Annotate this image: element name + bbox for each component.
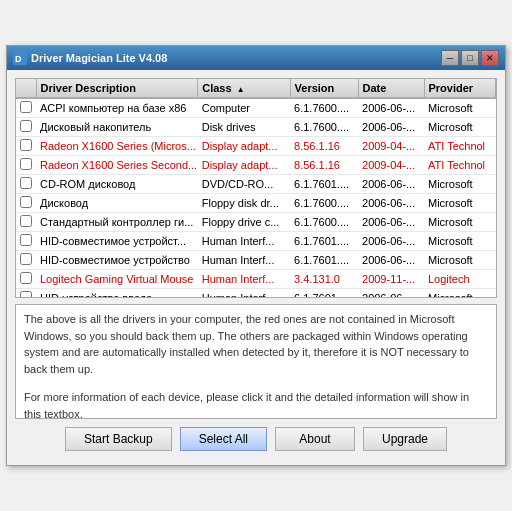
table-row[interactable]: ДисководFloppy disk dr...6.1.7600....200…: [16, 194, 496, 213]
info-text-2: For more information of each device, ple…: [24, 389, 488, 419]
col-provider[interactable]: Provider: [424, 79, 496, 98]
table-row[interactable]: Logitech Gaming Virtual MouseHuman Inter…: [16, 270, 496, 289]
row-class: Floppy drive c...: [198, 213, 290, 232]
row-date: 2006-06-...: [358, 175, 424, 194]
row-description: Radeon X1600 Series (Micros...: [36, 137, 198, 156]
row-checkbox-cell: [16, 232, 36, 251]
row-provider: Microsoft: [424, 118, 496, 137]
row-class: Human Interf...: [198, 289, 290, 299]
about-button[interactable]: About: [275, 427, 355, 451]
table-row[interactable]: Стандартный контроллер ги...Floppy drive…: [16, 213, 496, 232]
row-provider: Microsoft: [424, 98, 496, 118]
table-row[interactable]: ACPI компьютер на базе x86Computer6.1.76…: [16, 98, 496, 118]
row-checkbox-cell: [16, 251, 36, 270]
select-all-button[interactable]: Select All: [180, 427, 267, 451]
row-class: DVD/CD-RO...: [198, 175, 290, 194]
table-header-row: Driver Description Class ▲ Version Date …: [16, 79, 496, 98]
row-description: HID-совместимое устройство: [36, 251, 198, 270]
row-provider: Microsoft: [424, 213, 496, 232]
row-version: 3.4.131.0: [290, 270, 358, 289]
row-checkbox-cell: [16, 289, 36, 299]
row-checkbox-cell: [16, 213, 36, 232]
window-title: Driver Magician Lite V4.08: [31, 52, 167, 64]
row-version: 8.56.1.16: [290, 156, 358, 175]
row-provider: Microsoft: [424, 175, 496, 194]
row-description: Radeon X1600 Series Second...: [36, 156, 198, 175]
main-window: D Driver Magician Lite V4.08 ─ □ ✕ Drive…: [6, 45, 506, 466]
row-version: 8.56.1.16: [290, 137, 358, 156]
row-description: CD-ROM дисковод: [36, 175, 198, 194]
row-checkbox-cell: [16, 98, 36, 118]
col-date[interactable]: Date: [358, 79, 424, 98]
row-checkbox[interactable]: [20, 177, 32, 189]
row-version: 6.1.7600....: [290, 118, 358, 137]
row-date: 2006-06-...: [358, 289, 424, 299]
sort-arrow: ▲: [237, 85, 245, 94]
row-checkbox-cell: [16, 118, 36, 137]
row-provider: Microsoft: [424, 251, 496, 270]
col-check: [16, 79, 36, 98]
table-row[interactable]: CD-ROM дисководDVD/CD-RO...6.1.7601....2…: [16, 175, 496, 194]
row-version: 6.1.7600....: [290, 194, 358, 213]
row-checkbox[interactable]: [20, 196, 32, 208]
row-date: 2006-06-...: [358, 232, 424, 251]
row-checkbox-cell: [16, 175, 36, 194]
row-checkbox[interactable]: [20, 139, 32, 151]
row-date: 2006-06-...: [358, 118, 424, 137]
minimize-button[interactable]: ─: [441, 50, 459, 66]
col-description[interactable]: Driver Description: [36, 79, 198, 98]
row-checkbox-cell: [16, 137, 36, 156]
row-description: Дисковый накопитель: [36, 118, 198, 137]
row-provider: ATI Technol: [424, 137, 496, 156]
row-class: Display adapt...: [198, 156, 290, 175]
row-provider: Microsoft: [424, 232, 496, 251]
svg-text:D: D: [15, 54, 22, 64]
row-checkbox[interactable]: [20, 101, 32, 113]
upgrade-button[interactable]: Upgrade: [363, 427, 447, 451]
table-row[interactable]: Radeon X1600 Series Second...Display ada…: [16, 156, 496, 175]
row-checkbox[interactable]: [20, 215, 32, 227]
row-checkbox[interactable]: [20, 253, 32, 265]
row-checkbox[interactable]: [20, 158, 32, 170]
table-body: ACPI компьютер на базе x86Computer6.1.76…: [16, 98, 496, 298]
table-row[interactable]: Дисковый накопительDisk drives6.1.7600..…: [16, 118, 496, 137]
info-box: The above is all the drivers in your com…: [15, 304, 497, 419]
row-checkbox[interactable]: [20, 291, 32, 298]
row-date: 2006-06-...: [358, 194, 424, 213]
start-backup-button[interactable]: Start Backup: [65, 427, 172, 451]
col-class[interactable]: Class ▲: [198, 79, 290, 98]
row-description: ACPI компьютер на базе x86: [36, 98, 198, 118]
row-class: Human Interf...: [198, 270, 290, 289]
table-row[interactable]: HID-совместимое устройст...Human Interf.…: [16, 232, 496, 251]
row-date: 2006-06-...: [358, 213, 424, 232]
row-class: Human Interf...: [198, 232, 290, 251]
row-checkbox-cell: [16, 194, 36, 213]
row-class: Computer: [198, 98, 290, 118]
main-content: Driver Description Class ▲ Version Date …: [7, 70, 505, 465]
row-checkbox-cell: [16, 156, 36, 175]
row-description: HID-устройство ввода: [36, 289, 198, 299]
close-button[interactable]: ✕: [481, 50, 499, 66]
row-version: 6.1.7600....: [290, 213, 358, 232]
title-bar-left: D Driver Magician Lite V4.08: [13, 51, 167, 65]
row-description: Дисковод: [36, 194, 198, 213]
row-class: Human Interf...: [198, 251, 290, 270]
table-row[interactable]: Radeon X1600 Series (Micros...Display ad…: [16, 137, 496, 156]
row-checkbox-cell: [16, 270, 36, 289]
driver-table-container[interactable]: Driver Description Class ▲ Version Date …: [15, 78, 497, 298]
row-date: 2009-04-...: [358, 156, 424, 175]
table-row[interactable]: HID-совместимое устройствоHuman Interf..…: [16, 251, 496, 270]
row-description: HID-совместимое устройст...: [36, 232, 198, 251]
row-checkbox[interactable]: [20, 120, 32, 132]
table-row[interactable]: HID-устройство вводаHuman Interf...6.1.7…: [16, 289, 496, 299]
title-bar-controls: ─ □ ✕: [441, 50, 499, 66]
maximize-button[interactable]: □: [461, 50, 479, 66]
row-checkbox[interactable]: [20, 234, 32, 246]
row-provider: Microsoft: [424, 194, 496, 213]
row-version: 6.1.7601....: [290, 251, 358, 270]
col-version[interactable]: Version: [290, 79, 358, 98]
row-provider: Logitech: [424, 270, 496, 289]
button-row: Start Backup Select All About Upgrade: [15, 427, 497, 451]
row-checkbox[interactable]: [20, 272, 32, 284]
row-class: Display adapt...: [198, 137, 290, 156]
